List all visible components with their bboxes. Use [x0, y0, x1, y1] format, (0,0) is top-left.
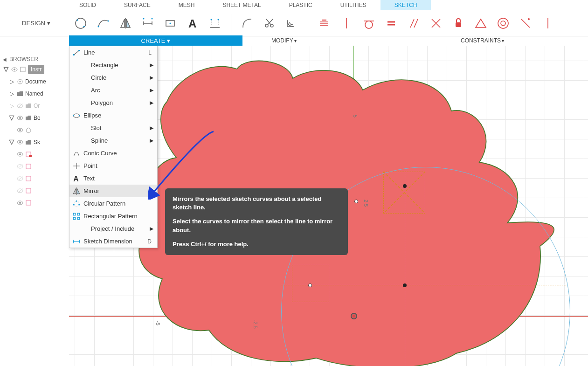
- axis-tick-neg5: -5: [155, 321, 161, 325]
- visibility-off-icon[interactable]: [17, 103, 23, 109]
- visibility-icon[interactable]: [17, 115, 23, 121]
- tab-surface[interactable]: SURFACE: [110, 0, 165, 10]
- tree-sketch-item-row[interactable]: [1, 148, 68, 160]
- caret-down-icon: ▾: [47, 20, 50, 27]
- tree-root-row[interactable]: Instr: [1, 63, 68, 76]
- visibility-icon[interactable]: [17, 139, 23, 145]
- menu-ellipse[interactable]: Ellipse: [69, 109, 157, 122]
- design-workspace-dropdown[interactable]: DESIGN ▾: [5, 20, 68, 27]
- menu-project-include[interactable]: Project / Include ▶: [69, 222, 157, 235]
- svg-rect-54: [73, 213, 76, 215]
- trim-tool-icon[interactable]: [261, 15, 278, 32]
- dimension-tool-icon[interactable]: [139, 15, 156, 32]
- svg-point-47: [73, 115, 74, 116]
- construction-diagonals: [383, 172, 425, 214]
- tab-solid[interactable]: SOLID: [65, 0, 110, 10]
- menu-sketch-dimension[interactable]: Sketch Dimension D: [69, 235, 157, 248]
- point-icon: [72, 162, 81, 170]
- tab-plastic[interactable]: PLASTIC: [275, 0, 326, 10]
- workspace-tab-bar: SOLID SURFACE MESH SHEET METAL PLASTIC U…: [0, 0, 588, 10]
- menu-label: Point: [83, 162, 153, 169]
- expand-triangle-icon: [3, 66, 9, 73]
- tree-sketch-item-row[interactable]: [1, 173, 68, 185]
- create-panel-dropdown[interactable]: CREATE▾: [69, 35, 242, 46]
- tab-mesh[interactable]: MESH: [165, 0, 209, 10]
- tooltip-line1: Mirrors the selected sketch curves about…: [173, 195, 340, 212]
- tree-sketch-item-row[interactable]: [1, 185, 68, 197]
- folder-icon: [17, 90, 23, 97]
- tab-sheetmetal[interactable]: SHEET METAL: [208, 0, 275, 10]
- menu-rectangular-pattern[interactable]: Rectangular Pattern: [69, 210, 157, 222]
- visibility-icon[interactable]: [17, 151, 23, 158]
- tab-sketch[interactable]: SKETCH: [380, 0, 431, 10]
- tree-sketch-item-row[interactable]: [1, 197, 68, 209]
- caret-down-icon: ▾: [502, 38, 504, 43]
- tree-document-row[interactable]: ▷ Docume: [1, 76, 68, 88]
- visibility-icon[interactable]: [17, 200, 23, 206]
- perpendicular-constraint-icon[interactable]: [517, 15, 534, 32]
- midpoint-constraint-icon[interactable]: [472, 15, 489, 32]
- visibility-off-icon[interactable]: [17, 163, 23, 170]
- offset-tool-icon[interactable]: [284, 15, 300, 32]
- construction-line-vertical[interactable]: [405, 172, 405, 366]
- mirror-tool-icon[interactable]: [117, 15, 134, 32]
- sketch-point[interactable]: [403, 184, 407, 188]
- menu-polygon[interactable]: Polygon ▶: [69, 97, 157, 109]
- equal-constraint-icon[interactable]: [383, 15, 400, 32]
- modify-panel-dropdown[interactable]: MODIFY▾: [271, 37, 297, 44]
- sketch-point[interactable]: [403, 283, 407, 287]
- browser-header[interactable]: ◀ BROWSER: [1, 55, 68, 63]
- project-tool-icon[interactable]: [207, 15, 223, 32]
- menu-line[interactable]: Line L: [69, 46, 157, 59]
- concentric-constraint-icon[interactable]: [495, 15, 512, 32]
- tab-utilities[interactable]: UTILITIES: [326, 0, 380, 10]
- fillet-tool-icon[interactable]: [239, 15, 256, 32]
- visibility-off-icon[interactable]: [17, 187, 23, 194]
- spacer: [80, 137, 88, 145]
- sketch-point[interactable]: [354, 200, 358, 203]
- circle-tool-icon[interactable]: [72, 15, 89, 32]
- svg-point-26: [19, 117, 21, 119]
- text-tool-icon[interactable]: A: [184, 15, 201, 32]
- collinear-constraint-icon[interactable]: [540, 15, 556, 32]
- menu-shortcut: L: [148, 49, 152, 56]
- dimension-icon: [72, 237, 81, 246]
- menu-spline[interactable]: Spline ▶: [69, 134, 157, 147]
- horizontal-constraint-icon[interactable]: [316, 15, 332, 32]
- menu-text[interactable]: A Text: [69, 172, 157, 185]
- svg-point-10: [211, 19, 212, 20]
- visibility-icon[interactable]: [17, 127, 23, 133]
- menu-rectangle[interactable]: Rectangle ▶: [69, 59, 157, 71]
- construction-line-horizontal[interactable]: [281, 285, 566, 285]
- fix-constraint-icon[interactable]: [450, 15, 467, 32]
- parallel-constraint-icon[interactable]: [405, 15, 422, 32]
- tree-bodies-row[interactable]: Bo: [1, 112, 68, 124]
- menu-slot[interactable]: Slot ▶: [69, 122, 157, 134]
- modify-tool-group: [234, 15, 305, 32]
- tree-body-item-row[interactable]: [1, 124, 68, 136]
- coincident-constraint-icon[interactable]: [428, 15, 444, 32]
- menu-circular-pattern[interactable]: Circular Pattern: [69, 197, 157, 210]
- constraints-panel-dropdown[interactable]: CONSTRAINTS▾: [461, 37, 504, 44]
- origin-point[interactable]: [351, 313, 357, 319]
- tree-sketch-item-row[interactable]: [1, 160, 68, 173]
- menu-circle[interactable]: Circle ▶: [69, 71, 157, 84]
- create-tool-group: A: [68, 15, 228, 32]
- menu-label: Conic Curve: [83, 150, 153, 157]
- menu-mirror[interactable]: Mirror: [69, 185, 157, 197]
- arc-tool-icon[interactable]: [95, 15, 111, 32]
- menu-point[interactable]: Point: [69, 159, 157, 172]
- visibility-icon[interactable]: [11, 66, 18, 73]
- menu-conic[interactable]: Conic Curve: [69, 147, 157, 159]
- sketch-point[interactable]: [308, 283, 312, 287]
- tree-named-row[interactable]: ▷ Named: [1, 88, 68, 100]
- vertical-constraint-icon[interactable]: [338, 15, 355, 32]
- tangent-constraint-icon[interactable]: [360, 15, 377, 32]
- visibility-off-icon[interactable]: [17, 175, 23, 182]
- tree-sketches-row[interactable]: Sk: [1, 136, 68, 148]
- menu-arc[interactable]: Arc ▶: [69, 84, 157, 97]
- rectangle-tool-icon[interactable]: [162, 15, 179, 32]
- tree-origin-row[interactable]: ▷ Or: [1, 100, 68, 112]
- create-label: CREATE: [141, 37, 166, 44]
- sketch-icon: [25, 163, 32, 170]
